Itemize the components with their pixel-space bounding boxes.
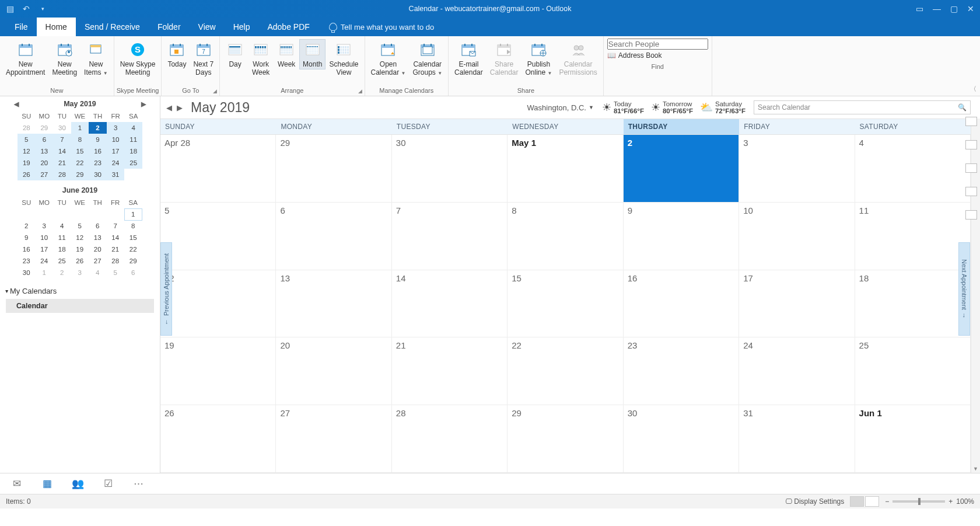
- calendar-item[interactable]: Calendar: [6, 299, 154, 313]
- week--button[interactable]: Week: [274, 39, 299, 69]
- zoom-slider[interactable]: − + 100%: [885, 497, 974, 506]
- dialog-launcher-icon[interactable]: ◢: [213, 88, 217, 94]
- day-cell[interactable]: 27: [276, 405, 391, 473]
- qat-customize-icon[interactable]: ▾: [37, 4, 48, 14]
- collapse-ribbon-icon[interactable]: 〈: [970, 85, 977, 93]
- ribbon-options-icon[interactable]: ▭: [916, 4, 923, 13]
- search-people-input[interactable]: [607, 39, 708, 50]
- day-cell[interactable]: 3: [739, 135, 855, 203]
- close-icon[interactable]: ✕: [967, 4, 974, 13]
- schedule-view-button[interactable]: ScheduleView: [326, 39, 362, 78]
- tab-file[interactable]: File: [6, 18, 37, 36]
- tab-folder[interactable]: Folder: [149, 18, 190, 36]
- day-cell[interactable]: 7: [392, 203, 508, 270]
- day-cell[interactable]: Jun 1: [855, 405, 971, 473]
- day-cell[interactable]: 20: [276, 337, 391, 405]
- day-cell[interactable]: 31: [739, 405, 855, 473]
- day-cell[interactable]: 14: [392, 270, 508, 338]
- tab-help[interactable]: Help: [225, 18, 259, 36]
- tab-view[interactable]: View: [190, 18, 225, 36]
- mini-calendar[interactable]: SUMOTUWETHFRSA28293012345678910111213141…: [18, 110, 142, 180]
- prev-month-icon[interactable]: ◀: [166, 103, 172, 112]
- previous-appointment-tab[interactable]: ←Previous Appointment: [160, 242, 172, 336]
- more-nav-icon[interactable]: ⋯: [132, 479, 145, 489]
- day-cell[interactable]: 18: [855, 270, 971, 338]
- publish-online-button[interactable]: PublishOnline ▼: [522, 39, 555, 79]
- day-cell[interactable]: 24: [739, 337, 855, 405]
- day-cell[interactable]: 25: [855, 337, 971, 405]
- peek-tasks-icon[interactable]: [965, 163, 977, 173]
- new-meeting-button[interactable]: NewMeeting: [48, 39, 80, 78]
- view-normal-button[interactable]: [850, 496, 864, 507]
- day-cell[interactable]: 21: [392, 337, 508, 405]
- new-appointment-button[interactable]: NewAppointment: [2, 39, 48, 78]
- view-reading-button[interactable]: [865, 496, 879, 507]
- address-book-button[interactable]: 📖Address Book: [607, 51, 708, 60]
- open-calendar-button[interactable]: OpenCalendar ▼: [368, 39, 410, 79]
- weather-location[interactable]: Washington, D.C. ▼: [527, 103, 594, 112]
- day-cell[interactable]: 29: [508, 405, 623, 473]
- search-icon[interactable]: 🔍: [958, 103, 967, 112]
- day-cell[interactable]: 9: [624, 203, 739, 270]
- day-cell[interactable]: 17: [739, 270, 855, 338]
- day-cell[interactable]: 2: [624, 135, 739, 203]
- forecast-day[interactable]: ⛅Saturday72°F/63°F: [700, 100, 746, 114]
- day-cell[interactable]: 4: [855, 135, 971, 203]
- tab-send-receive[interactable]: Send / Receive: [76, 18, 149, 36]
- people-nav-icon[interactable]: 👥: [71, 479, 84, 489]
- month--button[interactable]: Month: [299, 39, 326, 69]
- new-skype-meeting-button[interactable]: SNew SkypeMeeting: [117, 39, 159, 78]
- day-cell[interactable]: 30: [392, 135, 508, 203]
- prev-mini-icon[interactable]: ◀: [14, 100, 19, 108]
- maximize-icon[interactable]: ▢: [950, 4, 958, 13]
- day-cell[interactable]: 15: [508, 270, 623, 338]
- day-cell[interactable]: 19: [160, 337, 276, 405]
- my-calendars-header[interactable]: ▸My Calendars: [6, 287, 154, 295]
- work-week-button[interactable]: WorkWeek: [248, 39, 274, 78]
- search-calendar-input[interactable]: Search Calendar 🔍: [754, 100, 971, 114]
- qat-save-icon[interactable]: ▤: [5, 4, 15, 14]
- qat-undo-icon[interactable]: ↶: [21, 4, 32, 14]
- tell-me-input[interactable]: Tell me what you want to do: [318, 18, 434, 36]
- next-month-icon[interactable]: ▶: [177, 103, 183, 112]
- tab-home[interactable]: Home: [37, 18, 76, 36]
- day-cell[interactable]: 11: [855, 203, 971, 270]
- day-cell[interactable]: 30: [624, 405, 739, 473]
- day-cell[interactable]: 16: [624, 270, 739, 338]
- day-cell[interactable]: 23: [624, 337, 739, 405]
- peek-view-icon[interactable]: [965, 187, 977, 196]
- tab-adobe-pdf[interactable]: Adobe PDF: [258, 18, 318, 36]
- zoom-in-icon[interactable]: +: [949, 497, 953, 506]
- day-cell[interactable]: May 1: [508, 135, 623, 203]
- calendar-nav-icon[interactable]: ▦: [41, 479, 54, 489]
- peek-more-icon[interactable]: [965, 210, 977, 220]
- mini-calendar[interactable]: SUMOTUWETHFRSA12345678910111213141516171…: [18, 197, 142, 278]
- forecast-day[interactable]: ☀Today81°F/66°F: [602, 100, 644, 114]
- today--button[interactable]: Today: [164, 39, 190, 69]
- day--button[interactable]: Day: [222, 39, 248, 69]
- display-settings[interactable]: 🖵 Display Settings: [785, 497, 844, 506]
- day-cell[interactable]: 10: [739, 203, 855, 270]
- e-mail-calendar-button[interactable]: E-mailCalendar: [451, 39, 487, 78]
- forecast-day[interactable]: ☀Tomorrow80°F/65°F: [651, 100, 693, 114]
- day-cell[interactable]: 28: [392, 405, 508, 473]
- day-cell[interactable]: 29: [276, 135, 391, 203]
- next-appointment-tab[interactable]: Next Appointment→: [958, 242, 970, 336]
- day-cell[interactable]: 5: [160, 203, 276, 270]
- day-cell[interactable]: 26: [160, 405, 276, 473]
- peek-cal-icon[interactable]: [965, 117, 977, 126]
- day-cell[interactable]: 8: [508, 203, 623, 270]
- minimize-icon[interactable]: —: [933, 4, 941, 13]
- tasks-nav-icon[interactable]: ☑: [102, 479, 114, 489]
- mail-nav-icon[interactable]: ✉: [10, 479, 23, 489]
- day-cell[interactable]: Apr 28: [160, 135, 276, 203]
- day-cell[interactable]: 6: [276, 203, 391, 270]
- month-grid[interactable]: Apr 282930May 12345678910111213141516171…: [160, 135, 971, 473]
- next-mini-icon[interactable]: ▶: [141, 100, 146, 108]
- day-cell[interactable]: 13: [276, 270, 391, 338]
- new-items-button[interactable]: NewItems ▼: [80, 39, 111, 79]
- day-cell[interactable]: 22: [508, 337, 623, 405]
- zoom-out-icon[interactable]: −: [885, 497, 889, 506]
- calendar-groups-button[interactable]: CalendarGroups ▼: [409, 39, 446, 79]
- peek-people-icon[interactable]: [965, 140, 977, 149]
